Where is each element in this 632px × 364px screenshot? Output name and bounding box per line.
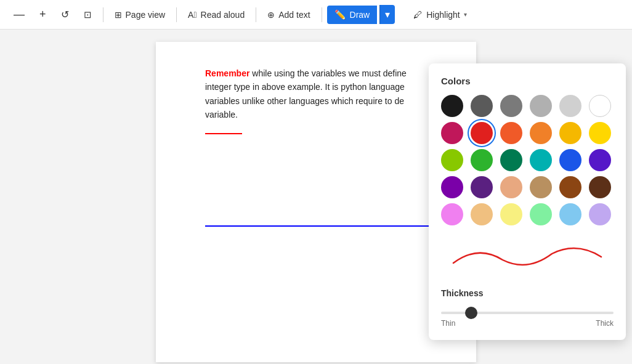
color-swatch-dark-gray[interactable] <box>471 95 493 117</box>
replay-button[interactable]: ↺ <box>55 5 75 24</box>
color-swatch-orange[interactable] <box>530 122 552 144</box>
divider-1 <box>103 7 103 22</box>
thickness-slider-container <box>441 305 614 317</box>
color-swatch-orange-red[interactable] <box>500 122 522 144</box>
page-view-label: Page view <box>126 10 166 20</box>
highlight-button[interactable]: 🖊 Highlight ▾ <box>407 6 472 23</box>
read-aloud-label: Read aloud <box>201 10 245 20</box>
read-aloud-icon: A⃣ <box>188 10 196 20</box>
color-swatch-teal[interactable] <box>530 149 552 171</box>
color-swatch-peach[interactable] <box>500 176 522 198</box>
divider-4 <box>322 7 322 22</box>
add-text-icon: ⊕ <box>267 10 275 20</box>
thin-label: Thin <box>441 319 455 328</box>
thick-label: Thick <box>596 319 614 328</box>
color-swatch-amber[interactable] <box>559 122 581 144</box>
color-swatch-tan[interactable] <box>530 176 552 198</box>
color-swatch-blue[interactable] <box>559 149 581 171</box>
draw-button[interactable]: ✏️ Draw <box>327 6 378 24</box>
main-area: Remember while using the variables we mu… <box>0 30 632 364</box>
color-swatch-light-yellow[interactable] <box>500 203 522 225</box>
divider-2 <box>176 7 177 22</box>
plus-icon: + <box>39 8 46 21</box>
highlight-icon: 🖊 <box>413 9 423 20</box>
color-swatch-medium-gray[interactable] <box>500 95 522 117</box>
color-swatch-light-blue[interactable] <box>559 203 581 225</box>
highlight-chevron-icon: ▾ <box>464 11 467 18</box>
immersive-reader-button[interactable]: ⊡ <box>78 6 98 24</box>
page-view-button[interactable]: ⊞ Page view <box>108 6 172 23</box>
add-text-label: Add text <box>278 10 310 20</box>
color-swatch-light-gray[interactable] <box>559 95 581 117</box>
color-swatch-black[interactable] <box>441 95 463 117</box>
color-swatch-dark-blue[interactable] <box>589 149 611 171</box>
blue-underline-decoration <box>205 225 464 227</box>
chevron-down-icon: ▾ <box>385 9 390 20</box>
draw-chevron-button[interactable]: ▾ <box>379 5 395 24</box>
replay-icon: ↺ <box>61 9 69 20</box>
draw-label: Draw <box>350 10 370 20</box>
add-text-button[interactable]: ⊕ Add text <box>261 6 316 23</box>
color-swatch-light-pink[interactable] <box>441 203 463 225</box>
thickness-labels: Thin Thick <box>441 319 614 328</box>
color-swatch-lavender[interactable] <box>589 203 611 225</box>
color-swatch-green[interactable] <box>471 149 493 171</box>
color-swatch-dark-green[interactable] <box>500 149 522 171</box>
color-swatch-light-orange[interactable] <box>471 203 493 225</box>
toolbar: — + ↺ ⊡ ⊞ Page view A⃣ Read aloud ⊕ Add … <box>0 0 632 30</box>
highlight-label: Highlight <box>426 10 460 20</box>
colors-title: Colors <box>441 76 614 86</box>
thickness-slider[interactable] <box>441 312 614 314</box>
immersive-icon: ⊡ <box>84 9 92 20</box>
divider-3 <box>256 7 256 22</box>
remember-word: Remember <box>205 68 249 78</box>
document-page: Remember while using the variables we mu… <box>156 42 476 362</box>
minimize-button[interactable]: — <box>7 4 31 25</box>
new-tab-button[interactable]: + <box>33 4 52 25</box>
page-view-icon: ⊞ <box>115 10 122 20</box>
color-swatch-yellow-green[interactable] <box>441 149 463 171</box>
thickness-title: Thickness <box>441 288 614 298</box>
document-text: Remember while using the variables we mu… <box>205 67 452 138</box>
stroke-preview <box>441 235 614 278</box>
read-aloud-button[interactable]: A⃣ Read aloud <box>182 6 251 23</box>
color-swatch-red[interactable] <box>471 122 493 144</box>
draw-icon: ✏️ <box>334 9 346 20</box>
color-swatch-white[interactable] <box>589 95 611 117</box>
color-swatch-yellow[interactable] <box>589 122 611 144</box>
color-swatch-dark-brown[interactable] <box>589 176 611 198</box>
color-swatch-brown[interactable] <box>559 176 581 198</box>
minimize-icon: — <box>14 8 25 21</box>
color-swatch-purple[interactable] <box>441 176 463 198</box>
color-swatch-gray[interactable] <box>530 95 552 117</box>
color-grid <box>441 95 614 225</box>
red-underline-decoration <box>205 133 242 134</box>
color-swatch-dark-purple[interactable] <box>471 176 493 198</box>
stroke-preview-svg <box>447 238 607 275</box>
color-picker-popup: Colors Thickness Thin Thick <box>429 63 626 340</box>
color-swatch-dark-pink[interactable] <box>441 122 463 144</box>
color-swatch-light-green[interactable] <box>530 203 552 225</box>
